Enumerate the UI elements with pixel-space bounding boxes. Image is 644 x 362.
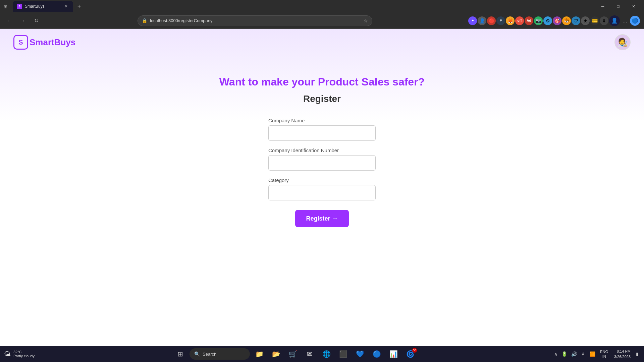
tab-controls: ⊞ — [3, 4, 8, 9]
weather-info: 32°C Partly cloudy — [13, 350, 35, 358]
speaker-icon[interactable]: 🔊 — [570, 350, 578, 358]
window-controls: ─ □ ✕ — [595, 0, 641, 13]
url-text: localhost:3000/registerCompany — [150, 18, 361, 23]
logo-icon: S — [13, 35, 28, 50]
ext-icon-1[interactable]: 👤 — [478, 16, 486, 25]
taskbar-btn-4[interactable]: ✉ — [302, 347, 317, 361]
lock-icon: 🔒 — [142, 18, 147, 23]
taskbar-btn-10[interactable]: 🌀 38 — [403, 347, 418, 361]
ext-more-btn[interactable]: … — [621, 16, 629, 25]
taskbar-search[interactable]: 🔍 Search — [190, 348, 250, 360]
category-label: Category — [268, 177, 376, 183]
main-area: Want to make your Product Sales safer? R… — [0, 56, 644, 337]
weather-desc: Partly cloudy — [13, 354, 35, 358]
company-name-label: Company Name — [268, 118, 376, 123]
ext-icon-14[interactable]: ⬇ — [600, 16, 608, 25]
vscode-btn[interactable]: 💙 — [353, 347, 367, 361]
active-tab[interactable]: S SmartBuys ✕ — [13, 1, 73, 12]
navbar: S SmartBuys 🧑‍🎨 — [0, 29, 644, 56]
search-label: Search — [203, 352, 216, 357]
user-avatar[interactable]: 🧑‍🎨 — [614, 34, 631, 50]
ext-icon-7[interactable]: 📷 — [534, 16, 543, 25]
ext-profile-icon[interactable]: 👤 — [609, 15, 620, 26]
terminal-btn[interactable]: ⬛ — [336, 347, 351, 361]
maximize-button[interactable]: □ — [610, 0, 626, 13]
ext-icon-3[interactable]: F — [496, 16, 505, 25]
taskbar: 🌤 32°C Partly cloudy ⊞ 🔍 Search 📁 📂 🛒 ✉ … — [0, 346, 644, 362]
address-bar: ← → ↻ 🔒 localhost:3000/registerCompany ☆… — [0, 13, 644, 29]
refresh-button[interactable]: ↻ — [31, 15, 42, 26]
company-name-input[interactable] — [268, 125, 376, 141]
category-group: Category — [268, 177, 376, 200]
page-content: S SmartBuys 🧑‍🎨 Want to make your Produc… — [0, 29, 644, 337]
chevron-up-icon[interactable]: ∧ — [553, 350, 559, 358]
ext-icon-4[interactable]: 🦊 — [506, 16, 515, 25]
bookmark-icon: ☆ — [364, 18, 368, 23]
register-button-label: Register → — [306, 215, 338, 222]
logo-text: SmartBuys — [30, 37, 75, 48]
taskbar-right: ∧ 🔋 🔊 🎙 📶 ENG IN 8:14 PM 3/26/2023 ▮ — [553, 349, 640, 360]
ext-icon-2[interactable]: 🔴 — [487, 16, 496, 25]
ext-icon-6[interactable]: Ad — [525, 16, 533, 25]
forward-button[interactable]: → — [17, 15, 28, 26]
tab-bar: ⊞ S SmartBuys ✕ + ─ □ ✕ — [0, 0, 644, 13]
new-tab-button[interactable]: + — [74, 2, 84, 11]
company-id-label: Company Identification Number — [268, 147, 376, 153]
system-clock[interactable]: 8:14 PM 3/26/2023 — [611, 349, 633, 360]
ext-copilot-icon[interactable]: ✦ — [468, 16, 477, 25]
back-button[interactable]: ← — [4, 15, 15, 26]
register-form: Company Name Company Identification Numb… — [268, 118, 376, 227]
ext-icon-13[interactable]: 💳 — [590, 16, 599, 25]
company-id-input[interactable] — [268, 155, 376, 171]
tab-sidebar-btn[interactable]: ⊞ — [3, 4, 8, 9]
start-button[interactable]: ⊞ — [173, 347, 187, 361]
page-subheading: Register — [303, 94, 341, 104]
taskbar-center: ⊞ 🔍 Search 📁 📂 🛒 ✉ 🌐 ⬛ 💙 🔵 📊 🌀 38 — [40, 347, 551, 361]
search-icon: 🔍 — [194, 351, 200, 357]
category-input[interactable] — [268, 185, 376, 200]
extension-icons: ✦ 👤 🔴 F 🦊 off Ad 📷 ⚙ 🎯 🐯 🛡 ★ 💳 ⬇ 👤 … 🔵 — [468, 15, 640, 26]
register-button[interactable]: Register → — [295, 210, 349, 227]
minimize-button[interactable]: ─ — [595, 0, 610, 13]
show-desktop-btn[interactable]: ▮ — [635, 350, 640, 358]
ext-edge-profile[interactable]: 🔵 — [630, 16, 640, 26]
ext-icon-11[interactable]: 🛡 — [572, 16, 580, 25]
browser-chrome: ⊞ S SmartBuys ✕ + ─ □ ✕ ← → ↻ 🔒 localhos… — [0, 0, 644, 29]
tab-title: SmartBuys — [25, 4, 60, 9]
mic-icon[interactable]: 🎙 — [580, 350, 587, 358]
tab-close-button[interactable]: ✕ — [63, 3, 69, 9]
network-icon[interactable]: 🔋 — [560, 350, 569, 358]
clock-date: 3/26/2023 — [614, 354, 631, 360]
clock-time: 8:14 PM — [614, 349, 631, 354]
taskbar-btn-8[interactable]: 🔵 — [369, 347, 384, 361]
ext-icon-10[interactable]: 🐯 — [562, 16, 571, 25]
company-id-group: Company Identification Number — [268, 147, 376, 171]
taskbar-btn-2[interactable]: 📂 — [269, 347, 283, 361]
weather-temp: 32°C — [13, 350, 35, 354]
weather-icon: 🌤 — [4, 350, 11, 358]
close-button[interactable]: ✕ — [626, 0, 641, 13]
taskbar-btn-3[interactable]: 🛒 — [285, 347, 300, 361]
company-name-group: Company Name — [268, 118, 376, 141]
weather-widget[interactable]: 🌤 32°C Partly cloudy — [4, 350, 38, 358]
tab-favicon: S — [17, 4, 22, 9]
ext-icon-12[interactable]: ★ — [581, 16, 590, 25]
ext-icon-9[interactable]: 🎯 — [553, 16, 561, 25]
wifi-icon[interactable]: 📶 — [588, 350, 597, 358]
edge-browser-btn[interactable]: 🌐 — [319, 347, 334, 361]
logo[interactable]: S SmartBuys — [13, 35, 75, 50]
file-explorer-btn[interactable]: 📁 — [252, 347, 267, 361]
page-headline: Want to make your Product Sales safer? — [219, 76, 425, 88]
excel-btn[interactable]: 📊 — [386, 347, 401, 361]
address-field[interactable]: 🔒 localhost:3000/registerCompany ☆ — [138, 15, 372, 26]
ext-icon-5[interactable]: off — [515, 16, 524, 25]
language-indicator[interactable]: ENG IN — [598, 349, 610, 359]
ext-icon-8[interactable]: ⚙ — [543, 16, 552, 25]
